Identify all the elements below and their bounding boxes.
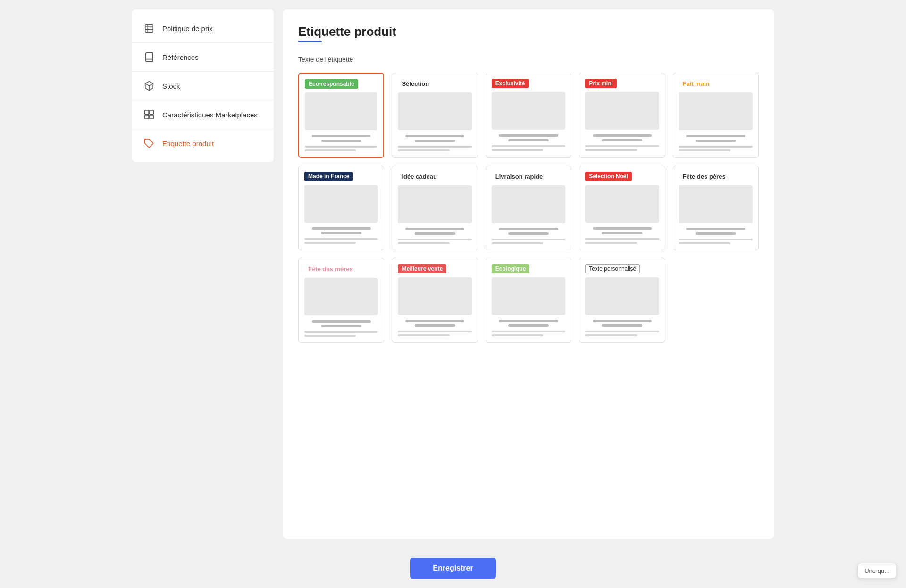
card-badge-fete-meres: Fête des mères: [304, 264, 357, 274]
card-selection-noel[interactable]: Sélection Noël: [579, 166, 665, 250]
card-badge-meilleure-vente: Meilleure vente: [398, 264, 446, 273]
card-badge-prix-mini: Prix mini: [585, 79, 617, 88]
tag-icon: [143, 138, 155, 149]
card-line: [312, 320, 371, 323]
card-meilleure-vente[interactable]: Meilleure vente: [392, 258, 478, 343]
sidebar-item-politique-prix[interactable]: Politique de prix: [132, 14, 274, 43]
page-title: Etiquette produit: [298, 25, 759, 39]
card-fete-meres[interactable]: Fête des mères: [298, 258, 384, 343]
card-line: [312, 227, 371, 230]
card-texte-perso[interactable]: Texte personnalisé: [579, 258, 665, 343]
card-badge-ecologique: Ecologique: [492, 264, 530, 273]
card-badge-made-france: Made in France: [304, 172, 353, 181]
card-ecologique[interactable]: Ecologique: [486, 258, 571, 343]
card-line: [405, 320, 464, 322]
card-line: [312, 135, 370, 137]
help-bubble: Une qu...: [857, 563, 897, 579]
card-image-selection: [398, 92, 471, 130]
card-line: [321, 325, 361, 327]
svg-rect-5: [145, 110, 149, 114]
sidebar-label-etiquette: Etiquette produit: [162, 140, 214, 148]
card-line: [508, 232, 549, 235]
card-badge-texte-perso: Texte personnalisé: [585, 264, 640, 273]
card-badge-fait-main: Fait main: [679, 79, 713, 89]
card-livraison-rapide[interactable]: Livraison rapide: [486, 166, 571, 250]
card-footer-line: [398, 242, 449, 244]
card-footer-line: [492, 242, 543, 244]
cards-grid: Eco-responsable Sélection Exclusivité Pr…: [298, 73, 759, 343]
card-image-eco: [305, 92, 378, 130]
card-line: [686, 228, 745, 230]
card-image-selection-noel: [585, 185, 659, 223]
table-icon: [143, 23, 155, 34]
card-footer-line: [492, 239, 565, 240]
card-image-prix-mini: [585, 92, 659, 130]
card-footer-line: [305, 149, 356, 151]
card-fait-main[interactable]: Fait main: [673, 73, 759, 158]
title-underline: [298, 41, 322, 42]
card-line: [593, 227, 652, 230]
card-eco[interactable]: Eco-responsable: [298, 73, 384, 158]
card-prix-mini[interactable]: Prix mini: [579, 73, 665, 158]
sidebar-item-stock[interactable]: Stock: [132, 72, 274, 100]
card-footer-line: [304, 242, 356, 244]
card-line: [602, 139, 642, 141]
card-line: [686, 135, 745, 137]
card-footer-line: [585, 334, 637, 336]
card-image-fete-peres: [679, 185, 753, 223]
box-icon: [143, 80, 155, 91]
card-line: [593, 320, 652, 322]
card-idee-cadeau[interactable]: Idée cadeau: [392, 166, 478, 250]
card-footer-line: [679, 146, 753, 148]
card-footer-line: [305, 146, 378, 148]
grid-icon: [143, 109, 155, 120]
card-line: [499, 228, 558, 230]
card-image-exclusivite: [492, 92, 565, 130]
save-button[interactable]: Enregistrer: [410, 558, 495, 579]
card-footer-line: [585, 238, 659, 240]
card-line: [499, 320, 558, 322]
card-made-france[interactable]: Made in France: [298, 166, 384, 250]
card-badge-idee-cadeau: Idée cadeau: [398, 172, 440, 182]
card-image-ecologique: [492, 277, 565, 315]
card-image-livraison-rapide: [492, 185, 565, 223]
sidebar-item-etiquette[interactable]: Etiquette produit: [132, 129, 274, 157]
sidebar-item-marketplaces[interactable]: Caractéristiques Marketplaces: [132, 100, 274, 129]
svg-rect-7: [145, 115, 149, 119]
card-footer-line: [398, 239, 471, 240]
card-line: [321, 232, 361, 234]
sidebar-item-references[interactable]: Références: [132, 43, 274, 72]
card-image-fete-meres: [304, 278, 378, 315]
card-line: [696, 232, 736, 235]
card-fete-peres[interactable]: Fête des pères: [673, 166, 759, 250]
card-badge-eco: Eco-responsable: [305, 79, 358, 89]
card-exclusivite[interactable]: Exclusivité: [486, 73, 571, 158]
card-footer-line: [492, 331, 565, 332]
card-footer-line: [304, 335, 356, 337]
card-line: [415, 140, 455, 142]
svg-rect-8: [150, 115, 153, 119]
card-footer-line: [679, 239, 753, 240]
card-footer-line: [492, 145, 565, 147]
card-footer-line: [492, 334, 543, 336]
card-footer-line: [398, 146, 471, 148]
sidebar-label-politique: Politique de prix: [162, 25, 213, 33]
card-footer-line: [679, 242, 730, 244]
svg-rect-6: [150, 110, 153, 114]
card-line: [405, 135, 464, 137]
card-line: [593, 134, 652, 137]
card-image-meilleure-vente: [398, 277, 471, 315]
bottom-bar: Enregistrer: [0, 548, 906, 588]
card-footer-line: [679, 149, 730, 151]
card-footer-line: [585, 331, 659, 332]
card-line: [602, 324, 642, 327]
sidebar-label-references: Références: [162, 53, 199, 61]
card-footer-line: [585, 149, 637, 151]
card-footer-line: [492, 149, 543, 151]
card-footer-line: [585, 242, 637, 244]
main-panel: Etiquette produit Texte de l'étiquette E…: [283, 9, 774, 539]
card-selection[interactable]: Sélection: [392, 73, 478, 158]
card-line: [508, 139, 549, 141]
card-footer-line: [398, 334, 449, 336]
card-image-fait-main: [679, 92, 753, 130]
